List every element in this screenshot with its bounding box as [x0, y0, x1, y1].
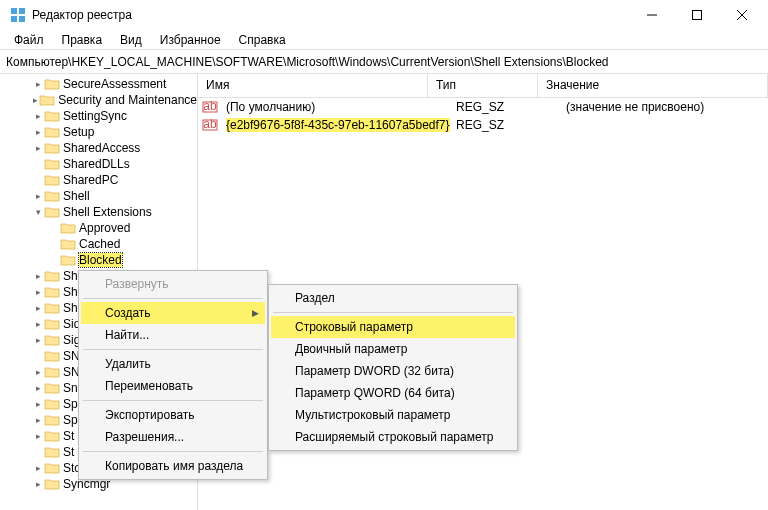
- tree-label: Sh: [63, 301, 78, 315]
- menu-file[interactable]: Файл: [6, 31, 52, 49]
- folder-icon: [44, 429, 60, 443]
- context-submenu-new: Раздел Строковый параметр Двоичный парам…: [268, 284, 518, 451]
- ctx-new[interactable]: Создать▶: [81, 302, 265, 324]
- menu-favorites[interactable]: Избранное: [152, 31, 229, 49]
- folder-icon: [44, 125, 60, 139]
- ctx-export[interactable]: Экспортировать: [81, 404, 265, 426]
- address-path: Компьютер\HKEY_LOCAL_MACHINE\SOFTWARE\Mi…: [6, 55, 609, 69]
- folder-icon: [44, 445, 60, 459]
- col-header-name[interactable]: Имя: [198, 74, 428, 97]
- col-header-type[interactable]: Тип: [428, 74, 538, 97]
- tree-item[interactable]: ▸Shell: [0, 188, 197, 204]
- twisty-icon[interactable]: ▸: [32, 143, 44, 153]
- value-name: {e2bf9676-5f8f-435c-97eb-11607a5bedf7}: [220, 118, 450, 132]
- twisty-icon[interactable]: ▸: [32, 127, 44, 137]
- folder-icon: [44, 381, 60, 395]
- sub-key[interactable]: Раздел: [271, 287, 515, 309]
- ctx-expand[interactable]: Развернуть: [81, 273, 265, 295]
- twisty-icon[interactable]: ▸: [32, 79, 44, 89]
- twisty-icon[interactable]: ▸: [32, 319, 44, 329]
- ctx-find[interactable]: Найти...: [81, 324, 265, 346]
- maximize-button[interactable]: [674, 0, 719, 30]
- tree-item[interactable]: ▸SecureAssessment: [0, 76, 197, 92]
- close-button[interactable]: [719, 0, 764, 30]
- context-menu-key: Развернуть Создать▶ Найти... Удалить Пер…: [78, 270, 268, 480]
- twisty-icon[interactable]: ▸: [32, 399, 44, 409]
- menu-help[interactable]: Справка: [231, 31, 294, 49]
- tree-label: Setup: [63, 125, 94, 139]
- tree-item[interactable]: ▸SharedAccess: [0, 140, 197, 156]
- folder-icon: [44, 301, 60, 315]
- twisty-icon[interactable]: ▸: [32, 431, 44, 441]
- titlebar: Редактор реестра: [0, 0, 768, 30]
- folder-icon: [39, 93, 55, 107]
- svg-rect-1: [19, 8, 25, 14]
- ctx-delete[interactable]: Удалить: [81, 353, 265, 375]
- tree-item[interactable]: SharedPC: [0, 172, 197, 188]
- tree-label: Sh: [63, 285, 78, 299]
- folder-icon: [44, 397, 60, 411]
- tree-item[interactable]: Approved: [0, 220, 197, 236]
- twisty-icon[interactable]: ▸: [32, 111, 44, 121]
- tree-item[interactable]: SharedDLLs: [0, 156, 197, 172]
- twisty-icon[interactable]: ▸: [32, 191, 44, 201]
- sub-multi[interactable]: Мультистроковый параметр: [271, 404, 515, 426]
- menu-edit[interactable]: Правка: [54, 31, 111, 49]
- value-row[interactable]: ab(По умолчанию)REG_SZ(значение не присв…: [198, 98, 768, 116]
- minimize-button[interactable]: [629, 0, 674, 30]
- ctx-sep: [83, 400, 263, 401]
- ctx-rename[interactable]: Переименовать: [81, 375, 265, 397]
- folder-icon: [44, 157, 60, 171]
- twisty-icon[interactable]: ▸: [32, 367, 44, 377]
- svg-rect-0: [11, 8, 17, 14]
- tree-label: Cached: [79, 237, 120, 251]
- svg-rect-2: [11, 16, 17, 22]
- sub-dword[interactable]: Параметр DWORD (32 бита): [271, 360, 515, 382]
- folder-icon: [60, 253, 76, 267]
- twisty-icon[interactable]: ▸: [32, 287, 44, 297]
- addressbar[interactable]: Компьютер\HKEY_LOCAL_MACHINE\SOFTWARE\Mi…: [0, 50, 768, 74]
- value-data: (значение не присвоено): [560, 100, 768, 114]
- tree-label: SharedAccess: [63, 141, 140, 155]
- svg-text:ab: ab: [203, 117, 217, 131]
- twisty-icon[interactable]: ▸: [32, 271, 44, 281]
- sub-string[interactable]: Строковый параметр: [271, 316, 515, 338]
- col-header-value[interactable]: Значение: [538, 74, 768, 97]
- twisty-icon[interactable]: ▸: [32, 335, 44, 345]
- folder-icon: [44, 205, 60, 219]
- list-header: Имя Тип Значение: [198, 74, 768, 98]
- twisty-icon[interactable]: ▸: [32, 463, 44, 473]
- tree-label: Security and Maintenance: [58, 93, 197, 107]
- twisty-icon[interactable]: ▸: [32, 303, 44, 313]
- string-value-icon: ab: [202, 99, 218, 115]
- tree-label: St: [63, 445, 74, 459]
- tree-item[interactable]: ▾Shell Extensions: [0, 204, 197, 220]
- folder-icon: [44, 109, 60, 123]
- tree-item[interactable]: ▸Setup: [0, 124, 197, 140]
- ctx-copy-key[interactable]: Копировать имя раздела: [81, 455, 265, 477]
- sub-expand[interactable]: Расширяемый строковый параметр: [271, 426, 515, 448]
- submenu-arrow-icon: ▶: [252, 308, 259, 318]
- value-row[interactable]: ab{e2bf9676-5f8f-435c-97eb-11607a5bedf7}…: [198, 116, 768, 134]
- tree-label: SharedPC: [63, 173, 118, 187]
- sub-qword[interactable]: Параметр QWORD (64 бита): [271, 382, 515, 404]
- ctx-sep: [83, 349, 263, 350]
- ctx-permissions[interactable]: Разрешения...: [81, 426, 265, 448]
- tree-item[interactable]: Blocked: [0, 252, 197, 268]
- tree-item[interactable]: ▸Security and Maintenance: [0, 92, 197, 108]
- menu-view[interactable]: Вид: [112, 31, 150, 49]
- twisty-icon[interactable]: ▸: [32, 479, 44, 489]
- twisty-icon[interactable]: ▸: [32, 95, 39, 105]
- tree-label: Sn: [63, 381, 78, 395]
- tree-item[interactable]: ▸SettingSync: [0, 108, 197, 124]
- folder-icon: [44, 141, 60, 155]
- twisty-icon[interactable]: ▸: [32, 383, 44, 393]
- value-type: REG_SZ: [450, 100, 560, 114]
- tree-label: Shell: [63, 189, 90, 203]
- twisty-icon[interactable]: ▸: [32, 415, 44, 425]
- twisty-icon[interactable]: ▾: [32, 207, 44, 217]
- tree-item[interactable]: Cached: [0, 236, 197, 252]
- tree-label: Sp: [63, 397, 78, 411]
- sub-binary[interactable]: Двоичный параметр: [271, 338, 515, 360]
- menubar: Файл Правка Вид Избранное Справка: [0, 30, 768, 50]
